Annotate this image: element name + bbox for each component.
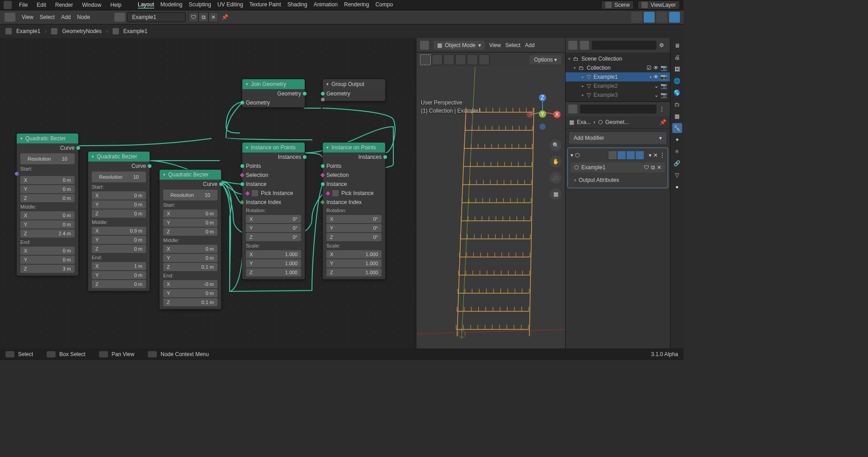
start-y[interactable]: Y0 m	[92, 200, 146, 209]
tab-output-icon[interactable]: 🖨	[672, 52, 682, 62]
end-x[interactable]: X1 m	[92, 262, 146, 270]
pivot-icon[interactable]	[669, 12, 680, 23]
rot-y[interactable]: Y0°	[246, 224, 301, 232]
outliner-item-example1[interactable]: ▸▽ Example1 ‹👁📷	[566, 72, 670, 81]
tab-material-icon[interactable]: ●	[672, 182, 682, 192]
rot-z[interactable]: Z0°	[246, 233, 301, 241]
eye-icon[interactable]: 👁	[653, 74, 659, 80]
menu-file[interactable]: File	[19, 2, 28, 8]
node-group-output[interactable]: ▾Group Output Geometry	[322, 79, 386, 101]
end-y[interactable]: Y0 m	[92, 271, 146, 279]
tab-scene-icon[interactable]: 🌐	[672, 76, 682, 86]
tab-animation[interactable]: Animation	[314, 1, 338, 9]
collapse-icon[interactable]: ▾	[571, 152, 573, 158]
editor-type-icon[interactable]	[5, 13, 15, 22]
breadcrumb-mod[interactable]: GeometryNodes	[62, 28, 101, 34]
node-quadratic-bezier-3[interactable]: ▾Quadratic Bezier Curve Resolution10 Sta…	[159, 169, 222, 309]
start-z[interactable]: Z0 m	[92, 209, 146, 218]
select-box-icon[interactable]	[432, 54, 443, 65]
start-x[interactable]: X0 m	[20, 176, 75, 184]
tab-modifier-icon[interactable]: 🔧	[672, 123, 682, 133]
pin-icon[interactable]: 📌	[660, 119, 666, 125]
end-x[interactable]: X-0 m	[163, 280, 217, 288]
menu-edit[interactable]: Edit	[37, 2, 46, 8]
camera-icon[interactable]: 📷	[660, 92, 667, 98]
mid-x[interactable]: X0 m	[163, 245, 217, 253]
scale-x[interactable]: X1.000	[326, 250, 382, 258]
resolution-field[interactable]: Resolution10	[163, 190, 217, 200]
start-z[interactable]: Z0 m	[20, 194, 75, 202]
tab-texturepaint[interactable]: Texture Paint	[250, 1, 281, 9]
mode-edit-icon[interactable]	[608, 151, 617, 160]
tab-world-icon[interactable]: 🌎	[672, 88, 682, 98]
collapse-icon[interactable]: ▾	[20, 136, 23, 141]
scale-y[interactable]: Y1.000	[246, 259, 301, 267]
scale-y[interactable]: Y1.000	[326, 259, 382, 267]
tab-physics-icon[interactable]: ⚛	[672, 147, 682, 157]
outliner-item-example3[interactable]: ▸▽ Example3 ⌄📷	[566, 90, 670, 100]
overlay-toggle-icon[interactable]	[631, 12, 642, 23]
extras-icon[interactable]: ⋮	[660, 152, 665, 158]
shield-icon[interactable]: 🛡	[189, 12, 198, 22]
collapse-icon[interactable]: ▾	[246, 82, 248, 86]
tab-rendering[interactable]: Rendering	[344, 1, 369, 9]
mode-cage-icon[interactable]	[635, 151, 644, 160]
options-icon[interactable]: ⋮	[659, 106, 667, 112]
end-z[interactable]: Z0.1 m	[163, 298, 217, 306]
collapse-icon[interactable]: ▾	[92, 154, 94, 159]
collapse-icon[interactable]: ▾	[326, 145, 329, 150]
resolution-field[interactable]: Resolution10	[20, 153, 75, 164]
mid-x[interactable]: X0 m	[20, 211, 75, 219]
nodeedit-menu-view[interactable]: View	[22, 14, 33, 20]
nodeedit-menu-select[interactable]: Select	[40, 14, 55, 20]
mid-z[interactable]: Z2.4 m	[20, 229, 75, 238]
rot-x[interactable]: X0°	[326, 215, 382, 223]
collapse-icon[interactable]: ▾	[246, 145, 248, 150]
pick-instance-checkbox[interactable]	[332, 190, 339, 196]
tab-uvediting[interactable]: UV Editing	[217, 1, 243, 9]
modifier-nodegroup-field[interactable]: ⬡ Example1 🛡 ⧉ ✕	[571, 162, 665, 172]
props-crumb-obj[interactable]: Exa...	[577, 119, 591, 125]
props-editor-icon[interactable]	[568, 105, 577, 114]
tab-shading[interactable]: Shading	[288, 1, 307, 9]
options-dropdown[interactable]: Options ▾	[529, 55, 561, 64]
mid-y[interactable]: Y0 m	[163, 254, 217, 262]
camera-icon[interactable]: 📷	[660, 65, 667, 71]
scale-z[interactable]: Z1.000	[246, 268, 301, 276]
start-z[interactable]: Z0 m	[163, 228, 217, 236]
chevron-down-icon[interactable]: ▾	[649, 152, 651, 158]
chevron-icon[interactable]: ⌄	[654, 83, 659, 89]
menu-render[interactable]: Render	[55, 2, 73, 8]
scene-selector[interactable]: Scene	[601, 0, 634, 10]
tab-viewlayer-icon[interactable]: 🖼	[672, 64, 682, 74]
eye-icon[interactable]: 👁	[653, 65, 659, 71]
select-mode-3-icon[interactable]	[443, 54, 454, 65]
mid-z[interactable]: Z0 m	[92, 245, 146, 253]
camera-icon[interactable]: 📷	[660, 83, 667, 89]
rot-x[interactable]: X0°	[246, 215, 301, 223]
scale-x[interactable]: X1.000	[246, 250, 301, 258]
collapse-icon[interactable]: ▾	[326, 82, 329, 86]
vp-menu-add[interactable]: Add	[525, 42, 534, 48]
outliner-collection[interactable]: ▾🗀 Collection ☑👁📷	[566, 63, 670, 72]
rot-y[interactable]: Y0°	[326, 224, 382, 232]
snap-options-icon[interactable]	[656, 12, 667, 23]
nodeedit-menu-add[interactable]: Add	[61, 14, 71, 20]
end-z[interactable]: Z0 m	[92, 280, 146, 288]
mode-realtime-icon[interactable]	[617, 151, 626, 160]
tab-collection-icon[interactable]: 🗀	[672, 100, 682, 109]
mid-x[interactable]: X0.9 m	[92, 227, 146, 235]
node-instance-on-points-2[interactable]: ▾Instance on Points Instances Points Sel…	[322, 142, 386, 280]
outliner-item-example2[interactable]: ▸▽ Example2 ⌄📷	[566, 81, 670, 90]
outliner-display-icon[interactable]	[580, 41, 589, 50]
mid-y[interactable]: Y0 m	[92, 236, 146, 244]
select-mode-4-icon[interactable]	[455, 54, 466, 65]
add-modifier-dropdown[interactable]: Add Modifier ▾	[569, 132, 666, 144]
mode-render-icon[interactable]	[626, 151, 635, 160]
start-y[interactable]: Y0 m	[20, 185, 75, 193]
select-tool-icon[interactable]	[420, 54, 431, 65]
end-y[interactable]: Y0 m	[163, 289, 217, 297]
snap-toggle-icon[interactable]	[644, 12, 655, 23]
end-x[interactable]: X0 m	[20, 247, 75, 255]
start-x[interactable]: X0 m	[92, 191, 146, 200]
